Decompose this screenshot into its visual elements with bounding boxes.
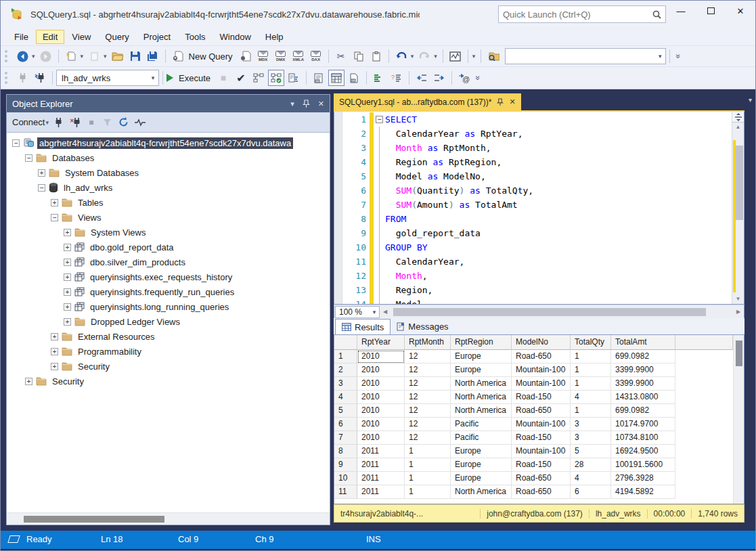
tree-item[interactable]: +queryinsights.long_running_queries: [7, 299, 330, 314]
grid-cell[interactable]: Mountain-100: [512, 418, 571, 431]
tree-item[interactable]: +Dropped Ledger Views: [7, 314, 330, 329]
tree-item[interactable]: +queryinsights.exec_requests_history: [7, 269, 330, 284]
grid-cell[interactable]: 4: [571, 472, 611, 485]
document-tab[interactable]: SQLQuery1.sql - ab...raftydba.com (137))…: [334, 93, 521, 110]
column-header-rptregion[interactable]: RptRegion: [451, 335, 512, 350]
database-combo-caret[interactable]: ▾: [148, 74, 158, 81]
find-combo[interactable]: ▾: [505, 48, 666, 64]
grid-cell[interactable]: 2011: [357, 485, 405, 499]
column-header-rptyear[interactable]: RptYear: [357, 335, 405, 350]
grid-cell[interactable]: 1: [405, 485, 451, 499]
increase-indent-button[interactable]: [431, 70, 447, 86]
expand-icon[interactable]: +: [51, 199, 58, 206]
grid-cell[interactable]: 2010: [357, 404, 405, 418]
add-item-button[interactable]: [86, 48, 102, 64]
editor-hscroll-thumb[interactable]: [393, 308, 706, 316]
grid-cell[interactable]: Road-650: [512, 404, 571, 418]
close-panel-icon[interactable]: ✕: [318, 100, 324, 108]
grid-cell[interactable]: 28: [571, 458, 611, 472]
connect-query-button[interactable]: [14, 70, 30, 86]
row-number-cell[interactable]: 1: [334, 350, 357, 363]
tab-close-icon[interactable]: ✕: [509, 97, 515, 106]
editor-vscroll-track[interactable]: [732, 132, 744, 294]
grid-cell[interactable]: 12: [405, 391, 451, 404]
uncomment-lines-button[interactable]: ?: [388, 70, 405, 86]
grid-cell[interactable]: 4194.5892: [611, 485, 675, 499]
row-number-cell[interactable]: 7: [334, 431, 357, 445]
editor-zoom-combo[interactable]: 100 % ▾: [335, 306, 380, 318]
grid-cell[interactable]: 3: [571, 431, 611, 445]
row-number-cell[interactable]: 8: [334, 445, 357, 458]
toolbar-overflow-button[interactable]: »: [674, 54, 684, 59]
expand-icon[interactable]: +: [38, 169, 45, 177]
grid-cell[interactable]: Europe: [451, 472, 512, 485]
grid-cell[interactable]: Mountain-100: [512, 363, 571, 377]
new-mdx-query-button[interactable]: MDX: [255, 48, 271, 64]
row-number-cell[interactable]: 10: [334, 472, 357, 485]
include-client-statistics-button[interactable]: [286, 70, 302, 86]
navigate-forward-button[interactable]: [38, 48, 54, 64]
tree-item[interactable]: −Databases: [7, 150, 330, 165]
new-query-icon[interactable]: [170, 48, 186, 64]
grid-cell[interactable]: 12: [405, 350, 451, 363]
grid-cell[interactable]: Road-650: [512, 485, 571, 499]
grid-cell[interactable]: 2796.3928: [611, 472, 675, 485]
new-query-button[interactable]: New Query: [189, 51, 233, 62]
open-file-button[interactable]: [110, 48, 126, 64]
grid-cell[interactable]: 4: [571, 391, 611, 404]
tab-results[interactable]: Results: [335, 319, 391, 334]
results-to-file-button[interactable]: 01: [346, 70, 362, 86]
scroll-down-arrow[interactable]: ▼: [736, 294, 741, 304]
tree-item[interactable]: +Programmability: [7, 344, 330, 359]
column-header-rptmonth[interactable]: RptMonth: [405, 335, 451, 350]
collapse-icon[interactable]: −: [25, 154, 32, 162]
grid-cell[interactable]: 2010: [357, 350, 405, 363]
tree-item[interactable]: +System Databases: [7, 165, 330, 180]
grid-cell[interactable]: 3399.9900: [611, 377, 675, 391]
database-combo[interactable]: lh_adv_wrks ▾: [56, 70, 159, 86]
collapse-icon[interactable]: −: [12, 139, 20, 147]
save-all-button[interactable]: [145, 48, 161, 64]
undo-button[interactable]: [393, 48, 409, 64]
new-query-current-connection-button[interactable]: [238, 48, 254, 64]
grid-cell[interactable]: 3: [571, 418, 611, 431]
grid-cell[interactable]: 1: [571, 404, 611, 418]
find-in-files-button[interactable]: [485, 48, 502, 64]
cut-button[interactable]: ✂: [333, 48, 349, 64]
collapse-icon[interactable]: −: [38, 184, 45, 192]
grid-cell[interactable]: North America: [451, 377, 512, 391]
grid-cell[interactable]: 16924.9500: [611, 445, 675, 458]
row-number-cell[interactable]: 6: [334, 418, 357, 431]
tree-item[interactable]: +Security: [7, 359, 330, 374]
grid-cell[interactable]: 12: [405, 377, 451, 391]
grid-cell[interactable]: Road-150: [512, 458, 571, 472]
grid-cell[interactable]: 1: [571, 377, 611, 391]
grid-cell[interactable]: 2010: [357, 418, 405, 431]
grid-cell[interactable]: 12: [405, 418, 451, 431]
navigate-back-button[interactable]: [14, 48, 30, 64]
code-editor[interactable]: 1−SELECT2 CalendarYear as RptYear,3 Mont…: [334, 112, 744, 305]
editor-vscrollbar[interactable]: ▲ ▼: [732, 112, 744, 304]
grid-cell[interactable]: 1: [571, 350, 611, 363]
connect-caret[interactable]: ▾: [45, 119, 49, 126]
back-dropdown-caret[interactable]: ▾: [32, 53, 35, 60]
tab-messages[interactable]: Messages: [391, 319, 454, 334]
menu-edit[interactable]: Edit: [36, 30, 64, 44]
expand-icon[interactable]: +: [64, 288, 71, 296]
change-connection-button[interactable]: [32, 70, 48, 86]
filter-icon[interactable]: [99, 115, 116, 130]
grid-cell[interactable]: 12: [405, 404, 451, 418]
grid-cell[interactable]: 2010: [357, 431, 405, 445]
connect-object-explorer-icon[interactable]: [51, 115, 67, 130]
activity-monitor-button[interactable]: [447, 48, 464, 64]
menu-file[interactable]: File: [7, 30, 35, 44]
grid-cell[interactable]: North America: [451, 404, 512, 418]
grid-cell[interactable]: 12: [405, 363, 451, 377]
grid-cell[interactable]: 10174.9700: [611, 418, 675, 431]
grid-cell[interactable]: 2010: [357, 391, 405, 404]
expand-icon[interactable]: +: [64, 259, 71, 266]
row-number-cell[interactable]: 9: [334, 458, 357, 472]
results-vscrollbar[interactable]: [733, 335, 744, 504]
grid-cell[interactable]: 1: [405, 458, 451, 472]
collapse-icon[interactable]: −: [51, 214, 58, 221]
